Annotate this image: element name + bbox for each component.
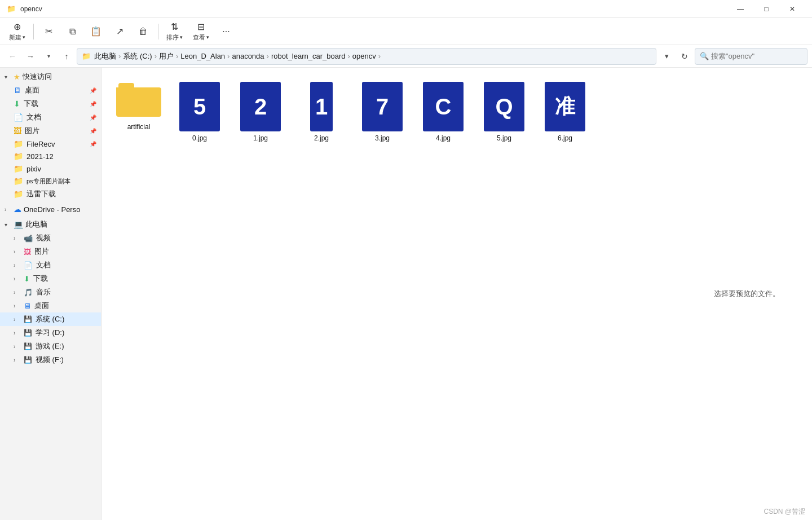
sidebar-item-video[interactable]: › 📹 视频: [0, 231, 101, 245]
new-button[interactable]: ⊕ 新建 ▾: [5, 20, 30, 43]
paste-button[interactable]: 📋: [85, 20, 107, 43]
folder-2021-label: 2021-12: [27, 152, 54, 161]
file-item-1jpg[interactable]: 2 1.jpg: [232, 77, 289, 147]
pin-icon-doc: 📌: [90, 114, 96, 121]
sidebar-item-d-drive[interactable]: › 💾 学习 (D:): [0, 326, 101, 340]
copy-icon: ⧉: [69, 27, 76, 37]
download-label: 下载: [24, 99, 38, 109]
plate-2: 1: [310, 82, 333, 131]
plate-3: 7: [362, 82, 403, 131]
file-item-0jpg[interactable]: 5 0.jpg: [171, 77, 228, 147]
address-bar: ← → ▾ ↑ 📁 此电脑 › 系统 (C:) › 用户 › Leon_D_Al…: [0, 45, 812, 68]
c-drive-icon: 💾: [24, 315, 32, 323]
file-item-4jpg[interactable]: C 4.jpg: [415, 77, 471, 147]
close-button[interactable]: ✕: [779, 0, 805, 18]
sidebar-item-pic[interactable]: › 🖼 图片: [0, 245, 101, 258]
sidebar-item-filerecv[interactable]: 📁 FileRecv 📌: [0, 138, 101, 150]
path-segment-0[interactable]: 此电脑: [94, 51, 116, 61]
d-drive-icon: 💾: [24, 329, 32, 337]
forward-button[interactable]: →: [23, 49, 38, 64]
recent-button[interactable]: ▾: [41, 49, 56, 64]
dl-label: 下载: [33, 274, 48, 284]
this-pc-header[interactable]: ▾ 💻 此电脑: [0, 218, 101, 231]
thumb-4jpg: C: [421, 81, 466, 132]
share-button[interactable]: ↗: [108, 20, 131, 43]
file-item-5jpg[interactable]: Q 5.jpg: [476, 77, 532, 147]
more-button[interactable]: ···: [215, 20, 237, 43]
folder-2021-icon: 📁: [14, 152, 23, 161]
sidebar-item-dl[interactable]: › ⬇ 下载: [0, 272, 101, 285]
expand-icon: ▾: [5, 74, 11, 80]
path-segment-6[interactable]: opencv: [352, 52, 376, 60]
download-icon: ⬇: [14, 99, 20, 108]
sidebar-item-music[interactable]: › 🎵 音乐: [0, 285, 101, 299]
view-icon: ⊟: [197, 21, 205, 32]
sidebar-item-ps[interactable]: 📁 ps专用图片副本: [0, 175, 101, 187]
plate-1: 2: [240, 82, 281, 131]
file-item-artificial[interactable]: artificial: [111, 77, 167, 147]
view-button[interactable]: ⊟ 查看 ▾: [188, 20, 214, 43]
sidebar-item-download[interactable]: ⬇ 下载 📌: [0, 97, 101, 111]
copy-button[interactable]: ⧉: [61, 20, 83, 43]
sort-button[interactable]: ⇅ 排序 ▾: [162, 20, 187, 43]
path-segment-5[interactable]: robot_learn_car_board: [271, 52, 346, 60]
address-path[interactable]: 📁 此电脑 › 系统 (C:) › 用户 › Leon_D_Alan › ana…: [77, 48, 656, 65]
e-drive-expand-icon: ›: [14, 343, 20, 350]
path-segment-2[interactable]: 用户: [159, 51, 174, 61]
filerecv-icon: 📁: [14, 139, 23, 148]
maximize-button[interactable]: □: [753, 0, 779, 18]
cut-button[interactable]: ✂: [37, 20, 60, 43]
sidebar-item-document[interactable]: › 📄 文档: [0, 258, 101, 272]
quick-access-header[interactable]: ▾ ★ 快速访问: [0, 70, 101, 83]
desktop-icon: 🖥: [14, 86, 21, 95]
up-button[interactable]: ↑: [59, 49, 74, 64]
toolbar: ⊕ 新建 ▾ ✂ ⧉ 📋 ↗ 🗑 ⇅ 排序 ▾ ⊟ 查看 ▾ ···: [0, 18, 812, 45]
path-segment-4[interactable]: anaconda: [232, 52, 264, 60]
doc-icon: 📄: [14, 113, 23, 122]
filerecv-label: FileRecv: [27, 140, 55, 148]
file-item-2jpg[interactable]: 1 2.jpg: [293, 77, 350, 147]
sidebar-item-desk[interactable]: › 🖥 桌面: [0, 299, 101, 312]
file-item-6jpg[interactable]: 准 6.jpg: [537, 77, 593, 147]
search-input[interactable]: [711, 52, 802, 60]
sidebar-item-2021[interactable]: 📁 2021-12: [0, 150, 101, 162]
back-button[interactable]: ←: [5, 49, 20, 64]
doc-label: 文档: [27, 112, 41, 122]
onedrive-header[interactable]: › ☁ OneDrive - Perso: [0, 203, 101, 215]
folder-xunlei-icon: 📁: [14, 190, 23, 199]
file-item-3jpg[interactable]: 7 3.jpg: [354, 77, 411, 147]
path-segment-3[interactable]: Leon_D_Alan: [180, 52, 225, 60]
sidebar-item-f-drive[interactable]: › 💾 视频 (F:): [0, 353, 101, 367]
sidebar-item-doc[interactable]: 📄 文档 📌: [0, 111, 101, 124]
search-box[interactable]: 🔍: [695, 48, 807, 65]
music-label: 音乐: [36, 287, 51, 297]
minimize-button[interactable]: —: [727, 0, 753, 18]
path-sep-2: ›: [176, 52, 178, 60]
d-drive-expand-icon: ›: [14, 330, 20, 336]
e-drive-icon: 💾: [24, 342, 32, 350]
folder-ps-icon: 📁: [14, 177, 23, 186]
delete-button[interactable]: 🗑: [132, 20, 155, 43]
sidebar-item-desktop[interactable]: 🖥 桌面 📌: [0, 83, 101, 97]
refresh-button[interactable]: ↻: [677, 49, 692, 64]
path-sep-0: ›: [118, 52, 121, 60]
sidebar-item-c-drive[interactable]: › 💾 系统 (C:): [0, 312, 101, 326]
toolbar-separator-2: [158, 24, 158, 39]
pic-label: 图片: [34, 246, 49, 257]
video-expand-icon: ›: [14, 235, 20, 241]
document-icon: 📄: [24, 261, 33, 270]
plate-6: 准: [545, 82, 585, 131]
sidebar: ▾ ★ 快速访问 🖥 桌面 📌 ⬇ 下载 📌 📄 文档 📌 🖼 图片: [0, 68, 102, 520]
path-sep-3: ›: [227, 52, 230, 60]
address-dropdown-icon[interactable]: ▾: [659, 49, 674, 64]
path-sep-5: ›: [347, 52, 350, 60]
pin-icon-filerecv: 📌: [90, 141, 96, 147]
window-title: opencv: [20, 5, 42, 13]
path-segment-1[interactable]: 系统 (C:): [123, 51, 152, 61]
sidebar-item-pixiv[interactable]: 📁 pixiv: [0, 162, 101, 175]
sidebar-item-e-drive[interactable]: › 💾 游戏 (E:): [0, 340, 101, 353]
sidebar-item-pictures[interactable]: 🖼 图片 📌: [0, 124, 101, 138]
file-name-4jpg: 4.jpg: [436, 134, 451, 142]
thumb-1jpg: 2: [238, 81, 283, 132]
sidebar-item-xunlei[interactable]: 📁 迅雷下载: [0, 187, 101, 201]
